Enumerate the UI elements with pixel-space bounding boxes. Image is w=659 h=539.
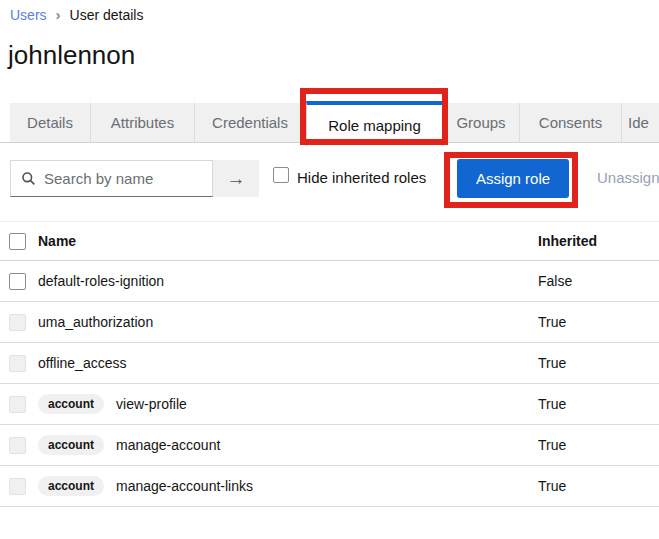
role-name: offline_access <box>38 355 126 371</box>
breadcrumb-users-link[interactable]: Users <box>10 7 47 23</box>
row-checkbox <box>9 314 26 331</box>
table-row: default-roles-ignitionFalse <box>0 261 659 302</box>
hide-inherited-label: Hide inherited roles <box>297 169 426 186</box>
column-header-inherited: Inherited <box>538 233 659 249</box>
client-badge: account <box>38 476 104 496</box>
row-checkbox[interactable] <box>9 273 26 290</box>
column-header-name: Name <box>38 233 538 249</box>
role-name: manage-account <box>116 437 220 453</box>
search-box <box>10 160 213 197</box>
page-title: johnlennon <box>8 40 135 71</box>
role-name: manage-account-links <box>116 478 253 494</box>
table-body: default-roles-ignitionFalseuma_authoriza… <box>0 261 659 507</box>
tab-role-mapping[interactable]: Role mapping <box>306 101 443 146</box>
unassign-button[interactable]: Unassign <box>597 169 659 186</box>
select-all-checkbox[interactable] <box>9 233 26 250</box>
inherited-value: True <box>538 437 659 453</box>
table-row: accountmanage-accountTrue <box>0 425 659 466</box>
inherited-value: True <box>538 478 659 494</box>
table-header-row: Name Inherited <box>0 221 659 261</box>
role-name-cell: accountview-profile <box>38 394 538 414</box>
tab-bar: DetailsAttributesCredentialsRole mapping… <box>10 101 659 146</box>
assign-role-button[interactable]: Assign role <box>457 159 569 198</box>
user-details-page: Users › User details johnlennon DetailsA… <box>0 0 659 539</box>
search-submit-button[interactable]: → <box>213 160 259 197</box>
breadcrumb-chevron-icon: › <box>56 6 61 23</box>
role-name-cell: uma_authorization <box>38 314 538 330</box>
row-checkbox <box>9 396 26 413</box>
tab-ide[interactable]: Ide <box>622 103 659 142</box>
arrow-right-icon: → <box>227 168 246 190</box>
inherited-value: True <box>538 355 659 371</box>
tab-credentials[interactable]: Credentials <box>195 103 306 142</box>
row-checkbox <box>9 478 26 495</box>
role-name-cell: accountmanage-account <box>38 435 538 455</box>
search-input[interactable] <box>44 170 212 187</box>
role-name-cell: accountmanage-account-links <box>38 476 538 496</box>
inherited-value: True <box>538 314 659 330</box>
inherited-value: False <box>538 273 659 289</box>
table-row: accountview-profileTrue <box>0 384 659 425</box>
tab-groups[interactable]: Groups <box>443 103 520 142</box>
role-name: default-roles-ignition <box>38 273 164 289</box>
role-name-cell: default-roles-ignition <box>38 273 538 289</box>
breadcrumb-current: User details <box>70 7 144 23</box>
role-name-cell: offline_access <box>38 355 538 371</box>
role-mapping-table: Name Inherited default-roles-ignitionFal… <box>0 221 659 507</box>
inherited-value: True <box>538 396 659 412</box>
search-icon <box>21 171 36 186</box>
client-badge: account <box>38 394 104 414</box>
tab-attributes[interactable]: Attributes <box>91 103 195 142</box>
table-row: offline_accessTrue <box>0 343 659 384</box>
breadcrumb: Users › User details <box>10 6 143 23</box>
table-row: uma_authorizationTrue <box>0 302 659 343</box>
client-badge: account <box>38 435 104 455</box>
tab-consents[interactable]: Consents <box>520 103 622 142</box>
row-checkbox <box>9 355 26 372</box>
role-name: view-profile <box>116 396 187 412</box>
role-name: uma_authorization <box>38 314 153 330</box>
tab-details[interactable]: Details <box>10 103 91 142</box>
table-row: accountmanage-account-linksTrue <box>0 466 659 507</box>
row-checkbox <box>9 437 26 454</box>
hide-inherited-checkbox[interactable] <box>273 167 289 183</box>
